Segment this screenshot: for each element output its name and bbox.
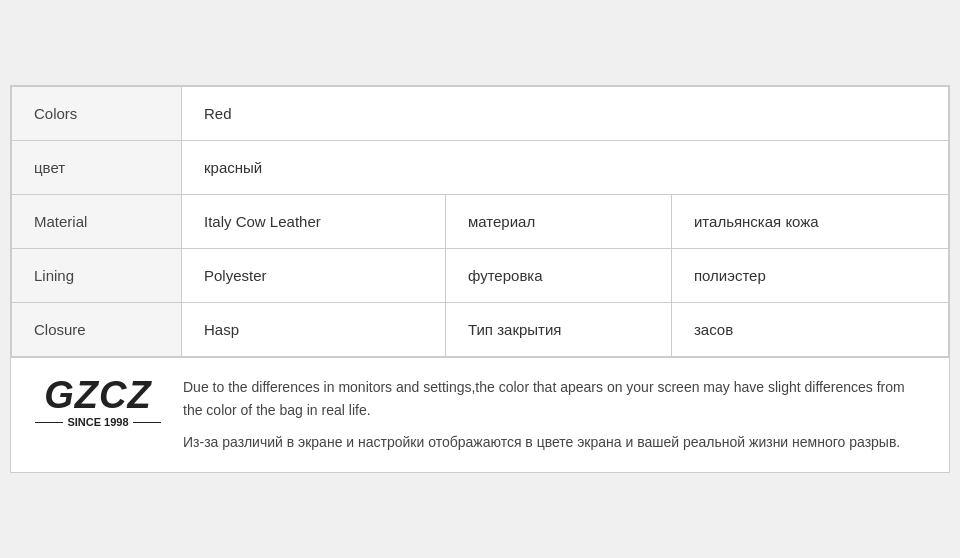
row-value-2: засов (671, 303, 948, 357)
row-value: Red (182, 87, 949, 141)
table-row: MaterialItaly Cow Leatherматериалитальян… (12, 195, 949, 249)
table-row: ClosureHaspТип закрытиязасов (12, 303, 949, 357)
footer-section: GZCZ SINCE 1998 Due to the differences i… (11, 357, 949, 471)
row-value-1: материал (445, 195, 671, 249)
main-container: ColorsRedцветкрасныйMaterialItaly Cow Le… (10, 85, 950, 472)
logo-brand-name: GZCZ (44, 376, 151, 414)
brand-logo: GZCZ SINCE 1998 (33, 376, 163, 428)
row-value-2: полиэстер (671, 249, 948, 303)
footer-text-ru: Из-за различий в экране и настройки отоб… (183, 431, 927, 453)
footer-text-en: Due to the differences in monitors and s… (183, 376, 927, 421)
table-row: цветкрасный (12, 141, 949, 195)
row-label: Lining (12, 249, 182, 303)
logo-line-right (133, 422, 161, 424)
specs-table: ColorsRedцветкрасныйMaterialItaly Cow Le… (11, 86, 949, 357)
table-row: ColorsRed (12, 87, 949, 141)
row-label: Material (12, 195, 182, 249)
row-value-0: Hasp (182, 303, 446, 357)
footer-disclaimer: Due to the differences in monitors and s… (183, 376, 927, 453)
row-value-1: футеровка (445, 249, 671, 303)
row-label: Closure (12, 303, 182, 357)
row-value-1: Тип закрытия (445, 303, 671, 357)
table-row: LiningPolyesterфутеровкаполиэстер (12, 249, 949, 303)
row-label: цвет (12, 141, 182, 195)
row-value-0: Italy Cow Leather (182, 195, 446, 249)
logo-since-text: SINCE 1998 (67, 416, 128, 428)
row-label: Colors (12, 87, 182, 141)
row-value-0: Polyester (182, 249, 446, 303)
logo-since-row: SINCE 1998 (35, 416, 160, 428)
logo-line-left (35, 422, 63, 424)
row-value: красный (182, 141, 949, 195)
row-value-2: итальянская кожа (671, 195, 948, 249)
